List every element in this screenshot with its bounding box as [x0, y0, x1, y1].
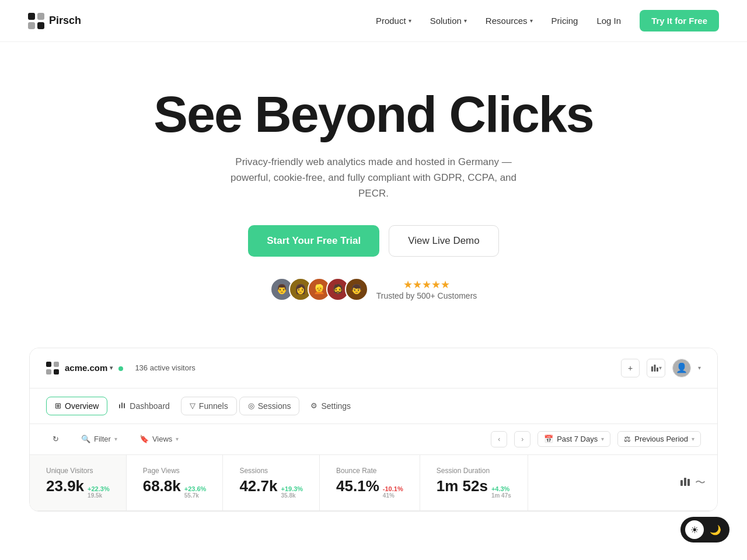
calendar-icon: 📅 — [544, 435, 553, 443]
svg-rect-2 — [28, 22, 35, 29]
bar-chart-icon[interactable] — [680, 476, 690, 489]
svg-rect-15 — [684, 478, 686, 486]
chevron-down-icon: ▾ — [464, 18, 467, 24]
site-chevron-icon: ▾ — [110, 365, 113, 371]
filter-button[interactable]: 🔍 Filter ▾ — [75, 431, 124, 447]
dot-active — [118, 363, 123, 373]
tab-settings[interactable]: ⚙ Settings — [302, 397, 359, 415]
social-proof: 👨 👩 👱 🧔 👦 ★★★★★ Trusted by 500+ Customer… — [23, 278, 724, 301]
star-rating: ★★★★★ Trusted by 500+ Customers — [376, 278, 477, 300]
active-visitors-count: 136 active visitors — [135, 363, 195, 372]
stat-sessions: Sessions 42.7k +19.3% 35.8k — [223, 455, 320, 510]
stat-value: 1m 52s +4.3% 1m 47s — [437, 477, 511, 499]
comparison-chevron-icon: ▾ — [692, 436, 694, 442]
stat-value: 68.8k +23.6% 55.7k — [143, 477, 207, 499]
svg-rect-1 — [37, 13, 44, 20]
user-avatar[interactable]: 👤 — [672, 359, 691, 377]
logo[interactable]: Pirsch — [28, 13, 81, 29]
nav-solution[interactable]: Solution ▾ — [430, 16, 467, 26]
hero-buttons: Start Your Free Trial View Live Demo — [23, 225, 724, 257]
dashboard-site-info: acme.com ▾ 136 active visitors — [46, 362, 196, 374]
site-name[interactable]: acme.com ▾ — [65, 363, 113, 373]
theme-toggle: ☀ 🌙 — [680, 517, 729, 535]
toolbar-left: ↻ 🔍 Filter ▾ 🔖 Views ▾ — [46, 431, 185, 447]
dashboard-header: acme.com ▾ 136 active visitors + ▾ 👤 — [30, 348, 717, 388]
trust-text: Trusted by 500+ Customers — [376, 291, 477, 300]
nav-login[interactable]: Log In — [596, 16, 621, 26]
stat-label: Session Duration — [437, 467, 511, 475]
prev-period-arrow[interactable]: ‹ — [491, 431, 507, 447]
stat-change: +4.3% 1m 47s — [491, 485, 511, 499]
svg-rect-10 — [657, 368, 658, 372]
stat-label: Sessions — [239, 467, 303, 475]
refresh-button[interactable]: ↻ — [46, 431, 65, 447]
dashboard-preview: acme.com ▾ 136 active visitors + ▾ 👤 — [29, 348, 718, 512]
bookmark-icon: 🔖 — [139, 435, 149, 443]
next-period-arrow[interactable]: › — [514, 431, 530, 447]
stat-label: Unique Visitors — [46, 467, 110, 475]
logo-text: Pirsch — [49, 15, 81, 27]
svg-rect-4 — [46, 362, 51, 367]
start-trial-button[interactable]: Start Your Free Trial — [248, 225, 379, 257]
stats-row: Unique Visitors 23.9k +22.3% 19.5k Page … — [30, 455, 717, 511]
dark-mode-button[interactable]: 🌙 — [706, 520, 725, 535]
chart-config-chevron: ▾ — [659, 365, 662, 371]
stat-value: 42.7k +19.3% 35.8k — [239, 477, 303, 499]
chart-config-button[interactable]: ▾ — [647, 359, 665, 377]
tab-overview[interactable]: ⊞ Overview — [46, 397, 107, 415]
date-range-selector[interactable]: 📅 Past 7 Days ▾ — [537, 431, 610, 447]
stat-value: 23.9k +22.3% 19.5k — [46, 477, 110, 499]
svg-rect-8 — [651, 366, 653, 372]
add-button[interactable]: + — [621, 359, 640, 377]
compare-icon: ⚖ — [624, 435, 631, 443]
funnels-icon: ▽ — [190, 401, 196, 410]
stat-change: -10.1% 41% — [383, 485, 403, 499]
nav-links: Product ▾ Solution ▾ Resources ▾ Pricing… — [376, 10, 719, 32]
period-chevron-icon: ▾ — [601, 436, 604, 442]
svg-rect-16 — [687, 479, 690, 486]
hero-section: See Beyond Clicks Privacy-friendly web a… — [0, 42, 747, 324]
chart-type-toggles: 〜 — [668, 455, 717, 510]
hero-headline: See Beyond Clicks — [23, 89, 724, 140]
tab-funnels[interactable]: ▽ Funnels — [181, 397, 237, 415]
avatar-group: 👨 👩 👱 🧔 👦 — [270, 278, 368, 301]
nav-resources[interactable]: Resources ▾ — [486, 16, 533, 26]
dashboard-toolbar: ↻ 🔍 Filter ▾ 🔖 Views ▾ ‹ › 📅 Past 7 Days… — [30, 424, 717, 455]
logo-icon — [28, 13, 44, 29]
dashboard-header-right: + ▾ 👤 ▾ — [621, 359, 701, 377]
light-mode-button[interactable]: ☀ — [685, 520, 704, 535]
view-demo-button[interactable]: View Live Demo — [389, 225, 499, 257]
toolbar-right: ‹ › 📅 Past 7 Days ▾ ⚖ Previous Period ▾ — [491, 431, 701, 447]
hero-subtext: Privacy-friendly web analytics made and … — [222, 154, 525, 202]
tab-sessions[interactable]: ◎ Sessions — [239, 397, 300, 415]
line-chart-icon[interactable]: 〜 — [695, 475, 706, 489]
dashboard-icon — [118, 401, 126, 411]
stars: ★★★★★ — [376, 278, 477, 291]
svg-rect-5 — [54, 362, 59, 367]
overview-icon: ⊞ — [55, 401, 61, 410]
stat-label: Bounce Rate — [336, 467, 403, 475]
settings-icon: ⚙ — [310, 401, 317, 410]
views-chevron-icon: ▾ — [176, 436, 179, 442]
svg-rect-13 — [124, 403, 125, 408]
comparison-selector[interactable]: ⚖ Previous Period ▾ — [617, 431, 701, 447]
moon-icon: 🌙 — [710, 524, 721, 535]
stat-label: Page Views — [143, 467, 207, 475]
nav-pricing[interactable]: Pricing — [551, 16, 578, 26]
tab-dashboard[interactable]: Dashboard — [110, 397, 179, 415]
stat-session-duration: Session Duration 1m 52s +4.3% 1m 47s — [420, 455, 528, 510]
stat-bounce-rate: Bounce Rate 45.1% -10.1% 41% — [320, 455, 420, 510]
nav-product[interactable]: Product ▾ — [376, 16, 411, 26]
svg-rect-11 — [119, 404, 120, 408]
stat-page-views: Page Views 68.8k +23.6% 55.7k — [127, 455, 224, 510]
stat-change: +19.3% 35.8k — [281, 485, 303, 499]
sun-icon: ☀ — [690, 524, 699, 535]
stat-change: +22.3% 19.5k — [88, 485, 110, 499]
stat-change: +23.6% 55.7k — [184, 485, 207, 499]
nav-cta-button[interactable]: Try It for Free — [640, 10, 719, 32]
svg-rect-12 — [121, 402, 123, 408]
dashboard-tabs: ⊞ Overview Dashboard ▽ Funnels ◎ Session… — [30, 388, 717, 424]
chevron-down-icon: ▾ — [409, 18, 411, 24]
views-button[interactable]: 🔖 Views ▾ — [133, 431, 185, 447]
svg-rect-0 — [28, 13, 35, 20]
